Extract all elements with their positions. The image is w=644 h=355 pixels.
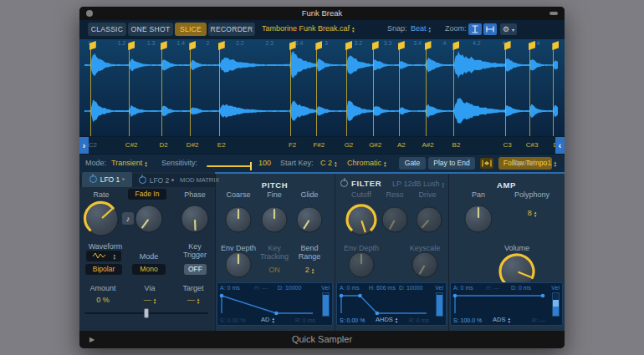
slice-marker[interactable] (161, 48, 162, 136)
env-graph[interactable] (339, 292, 429, 317)
play-to-end-button[interactable]: Play to End (428, 157, 475, 170)
env-sustain-value[interactable]: S: 0.00 % (340, 317, 365, 323)
snap-selector[interactable]: Beat (411, 24, 431, 33)
env-sustain-value[interactable]: S: 0.00 % (220, 317, 245, 323)
env-attack-value[interactable]: A: 0 ms (220, 285, 240, 291)
filter-preset-selector[interactable]: LP 12dB Lush (374, 180, 444, 188)
env-decay-value[interactable]: D: 10000 (399, 285, 422, 291)
env-sustain-value[interactable]: S: 100.0 % (453, 317, 482, 323)
keyscale-knob[interactable] (411, 251, 439, 282)
key-label-A2[interactable]: A2 (397, 141, 406, 149)
key-label-Cs2[interactable]: C#2 (125, 141, 138, 149)
sensitivity-slider[interactable] (207, 165, 252, 167)
sensitivity-slider-handle[interactable] (250, 162, 253, 170)
env-graph[interactable] (452, 292, 545, 317)
via-selector[interactable]: — (133, 296, 166, 304)
amount-value[interactable]: 0 % (84, 296, 121, 304)
env-mode-selector[interactable]: ADS (493, 316, 510, 323)
polyphony-value[interactable]: 8 (508, 209, 556, 217)
slice-marker[interactable] (553, 48, 554, 136)
filter-power-icon[interactable] (340, 180, 348, 187)
zoom-vertical-button[interactable] (468, 23, 482, 35)
fade-in-button[interactable]: Fade In (128, 189, 166, 200)
env-release-value[interactable]: R: 0 ms (295, 317, 315, 323)
env-mode-selector[interactable]: AHDS (376, 316, 397, 323)
sensitivity-value[interactable]: 100 (258, 159, 271, 167)
key-label-E2[interactable]: E2 (217, 141, 226, 149)
key-tracking-value[interactable]: ON (256, 266, 293, 274)
tab-lfo-1[interactable]: LFO 1 (82, 172, 132, 187)
filter-envelope[interactable]: A: 0 ms H: 606 ms D: 10000 Vel S: 0.00 %… (336, 282, 447, 326)
pan-knob[interactable] (463, 204, 493, 237)
waveform-display[interactable]: 11.21.31.422.22.32.433.23.33.444.24.34.4 (79, 39, 565, 136)
pitch-envelope[interactable]: A: 0 ms H: — D: 10000 Vel S: 0.00 % AD R… (217, 282, 333, 326)
env-vel-slider[interactable] (436, 292, 443, 317)
window-drag-handle[interactable] (549, 12, 558, 15)
env-attack-value[interactable]: A: 0 ms (453, 285, 473, 291)
key-label-Cs3[interactable]: C#3 (526, 141, 539, 149)
key-label-As2[interactable]: A#2 (422, 141, 433, 149)
slice-marker[interactable] (453, 48, 454, 136)
key-label-C2[interactable]: C2 (89, 141, 97, 149)
tab-classic[interactable]: CLASSIC (88, 23, 126, 36)
env-vel-slider[interactable] (322, 292, 330, 317)
env-hold-value[interactable]: H: — (486, 285, 499, 291)
drive-knob[interactable] (415, 205, 443, 237)
key-trigger-button[interactable]: OFF (184, 264, 207, 275)
env-decay-value[interactable]: D: 10000 (278, 285, 301, 291)
key-label-F2[interactable]: F2 (289, 141, 296, 149)
power-icon[interactable] (139, 176, 146, 184)
key-label-G2[interactable]: G2 (345, 141, 354, 149)
key-label-B2[interactable]: B2 (452, 141, 461, 149)
env-vel-handle[interactable] (553, 300, 559, 307)
rate-knob[interactable] (83, 200, 120, 241)
slice-marker[interactable] (373, 48, 374, 136)
filter-env-depth-knob[interactable] (347, 251, 376, 282)
speed-selector[interactable]: 1 (547, 159, 556, 167)
env-decay-value[interactable]: D: 0 ms (511, 285, 531, 291)
env-release-value[interactable]: R: 0 ms (409, 317, 429, 323)
power-icon[interactable] (89, 175, 97, 183)
slice-marker[interactable] (290, 48, 291, 136)
slice-marker[interactable] (90, 48, 91, 136)
slice-marker[interactable] (426, 48, 427, 136)
glide-knob[interactable] (295, 205, 324, 237)
sample-file-selector[interactable]: Tamborine Funk Break.caf (262, 24, 355, 33)
tab-one-shot[interactable]: ONE SHOT (128, 23, 173, 36)
env-graph[interactable] (219, 292, 315, 317)
env-mode-selector[interactable]: AD (261, 316, 274, 323)
fade-in-knob[interactable] (134, 204, 164, 237)
slice-marker[interactable] (529, 48, 530, 136)
env-hold-value[interactable]: H: — (254, 285, 268, 291)
amount-slider[interactable] (84, 312, 208, 314)
fine-knob[interactable] (260, 205, 289, 237)
scale-selector[interactable]: Chromatic (347, 159, 386, 167)
slice-marker[interactable] (399, 48, 400, 136)
bend-range-value[interactable]: 2 (291, 266, 328, 274)
slice-marker[interactable] (505, 48, 506, 136)
key-label-Gs2[interactable]: G#2 (369, 141, 381, 149)
window-titlebar[interactable]: Funk Break (79, 7, 565, 20)
env-attack-value[interactable]: A: 0 ms (340, 285, 360, 291)
rate-sync-note-button[interactable]: ♪ (122, 212, 134, 225)
cutoff-knob[interactable] (345, 203, 378, 240)
env-hold-value[interactable]: H: 606 ms (369, 285, 396, 291)
slice-marker[interactable] (190, 48, 191, 136)
scroll-right-button[interactable]: › (79, 137, 89, 155)
slice-marker[interactable] (219, 48, 220, 136)
tab-lfo-2[interactable]: LFO 2 (133, 174, 180, 187)
lfo-waveform-selector[interactable] (86, 251, 121, 261)
env-vel-slider[interactable] (552, 292, 560, 317)
mode-selector[interactable]: Transient (111, 159, 147, 167)
flex-button[interactable] (480, 158, 493, 169)
phase-knob[interactable] (180, 204, 210, 237)
gate-button[interactable]: Gate (399, 157, 426, 170)
key-label-Ds2[interactable]: D#2 (187, 141, 199, 149)
key-label-C3[interactable]: C3 (503, 141, 511, 149)
slice-marker[interactable] (316, 48, 317, 136)
tab-recorder[interactable]: RECORDER (208, 23, 255, 36)
key-label-Fs2[interactable]: F#2 (313, 141, 325, 149)
coarse-knob[interactable] (224, 205, 253, 237)
env-release-value[interactable]: R: — (532, 317, 545, 323)
mono-button[interactable]: Mono (132, 264, 166, 275)
